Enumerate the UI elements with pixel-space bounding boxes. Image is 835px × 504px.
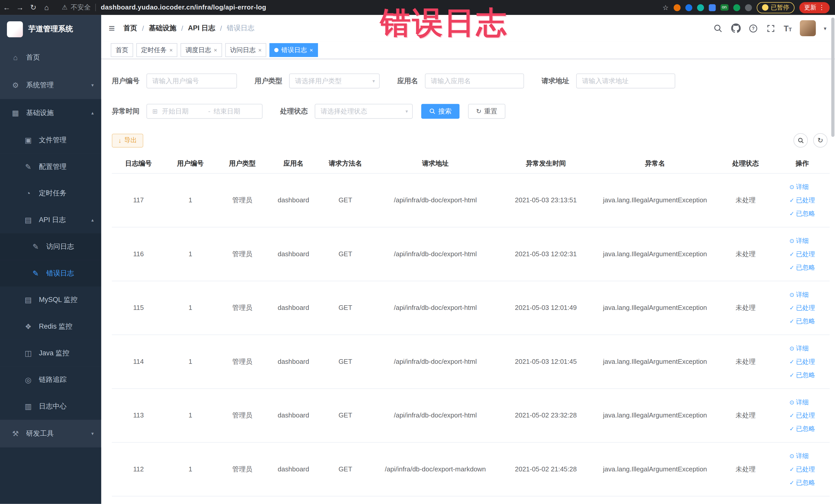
browser-update-button[interactable]: 更新 ⋮ [799,2,830,13]
font-size-icon[interactable]: TT [784,24,792,33]
mark-processed-link[interactable]: ✓已处理 [789,303,815,313]
mark-ignored-link[interactable]: ✓已忽略 [789,370,815,380]
detail-link[interactable]: ⊙详细 [789,290,809,299]
sidebar-item-home[interactable]: ⌂ 首页 [0,44,101,72]
refresh-table-button[interactable]: ↻ [813,133,828,148]
extension-icon-green-circle[interactable] [697,4,704,11]
tab-error-log[interactable]: 错误日志 × [269,43,318,57]
cell-log-id: 116 [112,249,165,259]
sidebar-item-mysql-monitor[interactable]: ▤ MySQL 监控 [0,286,101,313]
help-icon[interactable]: ? [749,23,758,33]
sidebar-item-error-log[interactable]: ✎ 错误日志 [0,260,101,286]
app-name-input[interactable] [425,74,524,88]
bookmark-star-icon[interactable]: ☆ [663,3,669,11]
request-url-input[interactable] [576,74,675,88]
cell-user-type: 管理员 [216,303,269,313]
extension-icon-orange[interactable] [674,4,680,11]
browser-menu-icon[interactable]: ⋮ [819,4,825,11]
sidebar-item-api-log[interactable]: ▤ API 日志 ▴ [0,207,101,234]
extension-icon-grid[interactable] [709,4,715,11]
eye-icon: ⊙ [789,345,794,351]
extension-icon-puzzle[interactable] [745,4,752,11]
close-icon[interactable]: × [214,47,217,53]
scrollbar-thumb[interactable] [831,18,834,137]
sidebar-item-log-center[interactable]: ▥ 日志中心 [0,393,101,420]
tab-home[interactable]: 首页 [111,43,133,57]
user-id-input[interactable] [147,74,237,88]
sidebar-item-dev-tools[interactable]: ⚒ 研发工具 ▾ [0,420,101,447]
cell-method: GET [318,410,373,421]
process-status-select[interactable]: 请选择处理状态 ▾ [315,104,413,119]
browser-back-icon[interactable]: ← [0,3,13,12]
detail-link[interactable]: ⊙详细 [789,182,809,192]
sidebar-item-file-management[interactable]: ▣ 文件管理 [0,127,101,154]
sidebar-item-infrastructure[interactable]: ▦ 基础设施 ▴ [0,99,101,127]
address-bar[interactable]: ⚠ 不安全 dashboard.yudao.iocoder.cn/infra/l… [62,3,266,12]
cell-process-status: 未处理 [716,410,775,421]
eye-icon: ⊙ [789,399,794,405]
reset-button[interactable]: ↻ 重置 [468,104,505,119]
filter-app-name: 应用名 [398,74,524,88]
sidebar-item-java-monitor[interactable]: ◫ Java 监控 [0,340,101,367]
tab-schedule-log[interactable]: 调度日志 × [181,43,222,57]
browser-reload-icon[interactable]: ↻ [27,3,40,12]
detail-link[interactable]: ⊙详细 [789,451,809,461]
close-icon[interactable]: × [309,47,313,53]
cell-method: GET [318,357,373,367]
sidebar-item-redis-monitor[interactable]: ❖ Redis 监控 [0,313,101,340]
sidebar-item-access-log[interactable]: ✎ 访问日志 [0,234,101,260]
search-icon[interactable] [713,23,723,33]
detail-link[interactable]: ⊙详细 [789,344,809,353]
sidebar-item-system-management[interactable]: ⚙ 系统管理 ▾ [0,72,101,99]
mark-ignored-link[interactable]: ✓已忽略 [789,424,815,434]
mark-processed-link[interactable]: ✓已处理 [789,249,815,259]
tab-access-log[interactable]: 访问日志 × [225,43,266,57]
sidebar-toggle-icon[interactable]: ≡ [108,23,115,33]
extension-icon-blue-drop[interactable] [685,4,692,11]
breadcrumb-item[interactable]: API 日志 [188,23,215,33]
filter-label: 处理状态 [280,106,308,116]
page-scrollbar[interactable] [831,15,835,504]
close-icon[interactable]: × [258,47,262,53]
mark-processed-link[interactable]: ✓已处理 [789,357,815,366]
eye-icon: ⊙ [789,292,794,298]
mark-ignored-link[interactable]: ✓已忽略 [789,209,815,218]
app-logo [7,21,23,37]
check-icon: ✓ [789,211,794,217]
sidebar-item-trace[interactable]: ◎ 链路追踪 [0,366,101,393]
detail-link[interactable]: ⊙详细 [789,236,809,245]
breadcrumb-item[interactable]: 首页 [123,23,137,33]
check-icon: ✓ [789,359,794,365]
search-button[interactable]: 搜索 [421,104,460,119]
extension-icon-tree[interactable] [733,4,740,11]
close-icon[interactable]: × [169,47,173,53]
browser-home-icon[interactable]: ⌂ [40,3,54,12]
export-button[interactable]: ↓ 导出 [112,134,143,147]
cell-method: GET [318,249,373,259]
mark-ignored-link[interactable]: ✓已忽略 [789,478,815,487]
cell-exception-time: 2021-05-02 21:45:28 [498,464,594,474]
on-extension-badge[interactable]: on [720,4,728,11]
table-row: 117 1 管理员 dashboard GET /api/infra/db-do… [112,174,830,227]
breadcrumb-item[interactable]: 基础设施 [149,23,176,33]
sidebar-item-scheduled-tasks[interactable]: ◔ 定时任务 [0,180,101,207]
filter-row-2: 异常时间 ⊞ 开始日期 - 结束日期 处理状态 请选择处理状态 ▾ [112,104,830,119]
fullscreen-icon[interactable] [766,23,776,33]
user-type-select[interactable]: 请选择用户类型 ▾ [289,74,380,88]
mark-processed-link[interactable]: ✓已处理 [789,195,815,205]
mark-processed-link[interactable]: ✓已处理 [789,464,815,474]
user-avatar[interactable] [800,20,816,36]
mark-ignored-link[interactable]: ✓已忽略 [789,263,815,272]
avatar-caret-down-icon[interactable]: ▾ [824,25,826,31]
toggle-search-button[interactable] [793,133,808,148]
tab-label: 首页 [116,45,128,55]
tab-scheduled-tasks[interactable]: 定时任务 × [136,43,178,57]
github-icon[interactable] [731,23,740,33]
detail-link[interactable]: ⊙详细 [789,398,809,407]
browser-forward-icon[interactable]: → [13,3,27,12]
mark-ignored-link[interactable]: ✓已忽略 [789,316,815,326]
date-range-picker[interactable]: ⊞ 开始日期 - 结束日期 [147,104,263,119]
mark-processed-link[interactable]: ✓已处理 [789,411,815,420]
sidebar-item-config-management[interactable]: ✎ 配置管理 [0,153,101,180]
paused-badge[interactable]: 已暂停 [756,2,794,13]
